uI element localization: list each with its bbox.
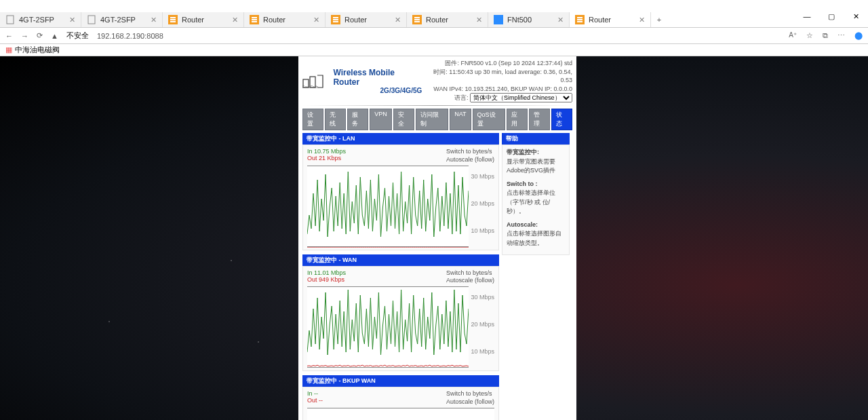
help-t2: 点击标签选择单位（字节/秒 或 位/秒）。 xyxy=(507,189,555,214)
lan-in-value: 10.75 Mbps xyxy=(314,148,346,155)
favicon-icon xyxy=(168,15,178,24)
bkup-switch[interactable]: Switch to bytes/s xyxy=(446,390,492,397)
window-minimize[interactable]: — xyxy=(795,12,819,27)
wan-yl1: 20 Mbps xyxy=(471,321,494,328)
favicon-icon xyxy=(494,15,503,24)
help-panel: 帮助 带宽监控中:显示带宽图表需要Adobe的SVG插件 Switch to :… xyxy=(502,133,570,255)
wan-yl2: 10 Mbps xyxy=(471,348,494,355)
favicon-icon xyxy=(575,15,585,24)
nav-item[interactable]: 安全 xyxy=(393,109,414,130)
address-bar: ← → ⟳ ▲ 不安全 192.168.2.190:8088 A⁺ ☆ ⧉ ⋯ … xyxy=(0,28,868,44)
profile-icon[interactable]: ⬤ xyxy=(854,31,863,40)
close-icon[interactable]: ✕ xyxy=(557,16,564,24)
svg-rect-16 xyxy=(414,19,420,20)
tab-label: 4GT-2SFP xyxy=(19,16,54,24)
tab-label: Router xyxy=(182,16,204,24)
browser-tab[interactable]: Router✕ xyxy=(163,12,244,27)
svg-rect-22 xyxy=(577,21,583,22)
lan-switch[interactable]: Switch to bytes/s xyxy=(446,148,492,155)
wan-yl0: 30 Mbps xyxy=(471,294,494,301)
browser-tab[interactable]: Router✕ xyxy=(244,12,326,27)
close-icon[interactable]: ✕ xyxy=(395,16,401,24)
window-close[interactable]: ✕ xyxy=(844,12,868,27)
close-icon[interactable]: ✕ xyxy=(476,16,482,24)
nav-item[interactable]: 服务 xyxy=(347,109,368,130)
extension-icon[interactable]: ⧉ xyxy=(823,31,828,40)
svg-rect-11 xyxy=(333,17,338,18)
window-maximize[interactable]: ▢ xyxy=(819,12,844,27)
browser-tab[interactable]: FNt500✕ xyxy=(488,12,570,27)
nav-item[interactable]: 无线 xyxy=(325,109,346,130)
help-h1: 带宽监控中: xyxy=(507,149,539,155)
close-icon[interactable]: ✕ xyxy=(639,16,645,24)
tabstrip: 4GT-2SFP✕4GT-2SFP✕Router✕Router✕Router✕R… xyxy=(0,12,868,28)
bkup-chart: Cannot get data about interface xyxy=(307,408,494,421)
wan-autoscale[interactable]: Autoscale (follow) xyxy=(446,277,494,284)
svg-rect-3 xyxy=(170,17,176,18)
help-t1: 显示带宽图表需要Adobe的SVG插件 xyxy=(507,158,555,174)
ai-icon[interactable]: A⁺ xyxy=(789,31,797,40)
nav-item[interactable]: 应用 xyxy=(507,109,528,130)
lang-select[interactable]: 简体中文（Simplified Chinese） xyxy=(470,93,572,102)
browser-tab[interactable]: Router✕ xyxy=(407,12,488,27)
nav-item[interactable]: VPN xyxy=(370,109,392,130)
close-icon[interactable]: ✕ xyxy=(69,16,75,24)
browser-tab[interactable]: Router✕ xyxy=(570,12,651,27)
nav-item[interactable]: 状态 xyxy=(551,109,572,130)
favicon-icon xyxy=(5,15,15,24)
lan-out-value: 21 Kbps xyxy=(319,155,341,161)
wan-switch[interactable]: Switch to bytes/s xyxy=(446,269,492,276)
svg-rect-9 xyxy=(252,21,257,22)
nav-reload-icon[interactable]: ⟳ xyxy=(37,31,43,40)
close-icon[interactable]: ✕ xyxy=(313,16,319,24)
svg-rect-18 xyxy=(494,15,503,24)
help-h3: Autoscale: xyxy=(507,221,538,228)
router-header: Four-Faith Wireless Mobile Router 2G/3G/… xyxy=(298,56,576,105)
nav-back-icon[interactable]: ← xyxy=(5,32,13,40)
router-subtitle: 2G/3G/4G/5G xyxy=(333,87,422,94)
browser-tab[interactable]: Router✕ xyxy=(326,12,407,27)
wan-chart: 30 Mbps 20 Mbps 10 Mbps xyxy=(307,286,469,368)
help-h2: Switch to : xyxy=(507,180,538,187)
svg-rect-8 xyxy=(252,19,257,20)
router-sidebar: 帮助 带宽监控中:显示带宽图表需要Adobe的SVG插件 Switch to :… xyxy=(502,133,570,420)
svg-rect-0 xyxy=(7,16,14,24)
browser-tab[interactable]: 4GT-2SFP✕ xyxy=(0,12,81,27)
bkup-autoscale[interactable]: Autoscale (follow) xyxy=(446,398,494,405)
wan-in-label: In xyxy=(307,269,313,276)
nav-item[interactable]: 设置 xyxy=(302,109,323,130)
router-main: 带宽监控中 - LAN In 10.75 Mbps Out 21 Kbps Sw… xyxy=(302,133,499,420)
panel-lan-title: 带宽监控中 - LAN xyxy=(302,133,499,145)
svg-text:Four-Faith: Four-Faith xyxy=(302,85,318,89)
lan-yl2: 10 Mbps xyxy=(471,227,494,234)
favicon-icon xyxy=(87,15,96,24)
menu-icon[interactable]: ⋯ xyxy=(837,31,845,40)
bkup-out-value: -- xyxy=(319,397,323,404)
nav-item[interactable]: NAT xyxy=(450,109,471,130)
close-icon[interactable]: ✕ xyxy=(232,16,238,24)
new-tab-button[interactable]: + xyxy=(651,12,667,27)
tab-label: Router xyxy=(263,16,285,24)
star-icon[interactable]: ☆ xyxy=(806,31,813,40)
insecure-label: 不安全 xyxy=(66,31,89,41)
help-title: 帮助 xyxy=(502,133,570,145)
nav-item[interactable]: 访问限制 xyxy=(416,109,448,130)
svg-rect-7 xyxy=(252,17,257,18)
router-body: 带宽监控中 - LAN In 10.75 Mbps Out 21 Kbps Sw… xyxy=(298,133,576,420)
bookmark-label[interactable]: 中海油电磁阀 xyxy=(15,45,60,55)
router-info: 固件: FNR500 v1.0 (Sep 10 2024 12:37:44) s… xyxy=(422,59,572,102)
tab-label: FNt500 xyxy=(507,16,532,24)
svg-rect-1 xyxy=(88,16,95,24)
nav-forward-icon[interactable]: → xyxy=(21,32,28,40)
lan-autoscale[interactable]: Autoscale (follow) xyxy=(446,156,494,163)
url-text[interactable]: 192.168.2.190:8088 xyxy=(97,32,163,40)
bkup-out-label: Out xyxy=(307,397,317,404)
nav-item[interactable]: 管理 xyxy=(529,109,550,130)
browser-tab[interactable]: 4GT-2SFP✕ xyxy=(81,12,163,27)
svg-rect-17 xyxy=(414,21,420,22)
close-icon[interactable]: ✕ xyxy=(151,16,157,24)
nav-item[interactable]: QoS设置 xyxy=(473,109,505,130)
lan-yl0: 30 Mbps xyxy=(471,173,494,180)
svg-rect-21 xyxy=(577,19,583,20)
lan-yl1: 20 Mbps xyxy=(471,200,494,207)
